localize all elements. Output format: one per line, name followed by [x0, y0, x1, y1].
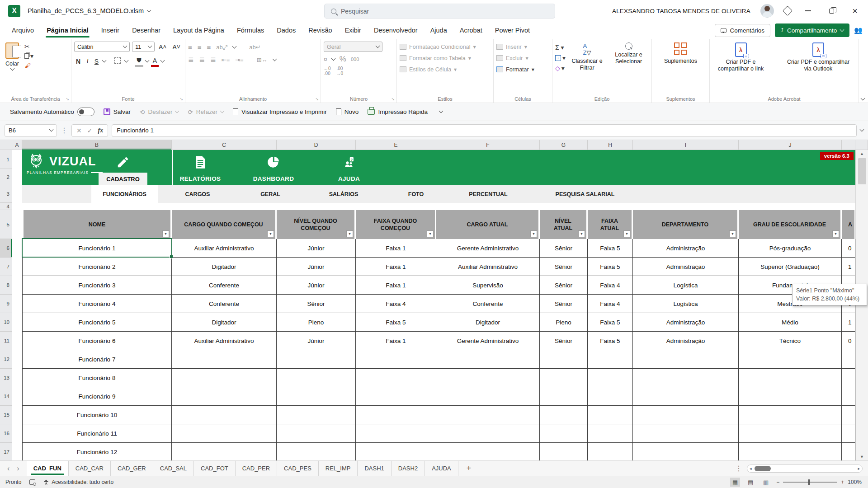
cell-G10[interactable]: Pleno [540, 313, 588, 332]
cell-I11[interactable]: Administração [633, 332, 739, 350]
row-header-13[interactable]: 13 [0, 369, 12, 387]
ribbon-tab-acrobat[interactable]: Acrobat [453, 23, 489, 38]
delete-cells-button[interactable]: Excluir ▾ [496, 55, 549, 61]
cell-G9[interactable]: Sênior [540, 295, 588, 313]
increase-indent-button[interactable]: ⇥≡ [235, 56, 243, 63]
cell-J17[interactable] [739, 443, 842, 460]
cell-I6[interactable]: Administração [633, 239, 739, 258]
cell-H15[interactable] [588, 406, 633, 424]
autosum-button[interactable]: Σ ▾ [555, 44, 566, 51]
filter-dropdown-button[interactable]: ▼ [623, 230, 630, 237]
percent-style-button[interactable]: % [340, 55, 346, 64]
cell-F15[interactable] [436, 406, 540, 424]
cell-G13[interactable] [540, 369, 588, 387]
sheet-tab-cad_pes[interactable]: CAD_PES [277, 461, 319, 476]
fill-color-dropdown[interactable] [145, 58, 149, 63]
cell-D12[interactable] [277, 350, 356, 369]
page-break-view-button[interactable]: ▥ [761, 478, 771, 487]
cell-D14[interactable] [277, 387, 356, 406]
cell-H16[interactable] [588, 424, 633, 443]
row-header-9[interactable]: 9 [0, 295, 12, 313]
cell-partial-7[interactable]: 1 [842, 258, 855, 276]
ribbon-tab-desenvolvedor[interactable]: Desenvolvedor [368, 23, 424, 38]
column-header-J[interactable]: J [739, 140, 842, 150]
create-pdf-outlook-button[interactable]: ✉ Criar PDF e compartilhar via Outlook [781, 42, 856, 94]
alignment-dialog-launcher[interactable]: ↘ [315, 97, 319, 101]
collapse-ribbon-button[interactable] [861, 96, 865, 101]
ribbon-tab-arquivo[interactable]: Arquivo [5, 23, 40, 38]
column-header-D[interactable]: D [277, 140, 356, 150]
bold-button[interactable]: N [74, 57, 82, 66]
cell-H17[interactable] [588, 443, 633, 460]
cell-C14[interactable] [172, 387, 277, 406]
cell-B11[interactable]: Funcionário 6 [22, 332, 172, 350]
ribbon-tab-página-inicial[interactable]: Página Inicial [40, 23, 95, 38]
cell-G6[interactable]: Sênior [540, 239, 588, 258]
sheet-tab-dash2[interactable]: DASH2 [392, 461, 425, 476]
gem-icon[interactable] [783, 6, 793, 16]
number-format-combo[interactable]: Geral [324, 42, 382, 52]
subtab-geral[interactable]: GERAL [260, 185, 280, 203]
cell-F9[interactable]: Conferente [436, 295, 540, 313]
new-button[interactable]: Novo [336, 108, 359, 115]
cell-E6[interactable]: Faixa 1 [356, 239, 436, 258]
subtab-pesquisa-salarial[interactable]: PESQUISA SALARIAL [556, 185, 615, 203]
cell-C8[interactable]: Conferente [172, 276, 277, 295]
row-header-15[interactable]: 15 [0, 406, 12, 424]
cell-I7[interactable]: Administração [633, 258, 739, 276]
cell-B17[interactable]: Funcionário 12 [22, 443, 172, 460]
filter-dropdown-button[interactable]: ▼ [832, 230, 839, 237]
format-painter-button[interactable]: 🖌 [24, 62, 33, 69]
column-header-F[interactable]: F [436, 140, 540, 150]
fill-button[interactable]: ↓ ▾ [555, 55, 566, 61]
underline-button[interactable]: S [93, 57, 100, 66]
cell-B8[interactable]: Funcionário 3 [22, 276, 172, 295]
cell-I14[interactable] [633, 387, 739, 406]
sheet-tab-dash1[interactable]: DASH1 [358, 461, 391, 476]
macro-record-icon[interactable] [29, 479, 35, 485]
subtab-percentual[interactable]: PERCENTUAL [469, 185, 507, 203]
sheet-tab-cad_sal[interactable]: CAD_SAL [153, 461, 194, 476]
cell-F7[interactable]: Auxiliar Administrativo [436, 258, 540, 276]
ribbon-tab-exibir[interactable]: Exibir [339, 23, 368, 38]
cell-F13[interactable] [436, 369, 540, 387]
filter-dropdown-button[interactable]: ▼ [346, 230, 353, 237]
horizontal-scroll-thumb[interactable] [755, 466, 771, 471]
accounting-dropdown[interactable] [331, 56, 335, 61]
row-header-10[interactable]: 10 [0, 313, 12, 332]
decrease-decimal-button[interactable]: .00→0 [336, 66, 344, 76]
cell-I16[interactable] [633, 424, 739, 443]
filter-dropdown-button[interactable]: ▼ [578, 230, 585, 237]
cell-F16[interactable] [436, 424, 540, 443]
share-button[interactable]: ⤴ Compartilhamento [775, 23, 849, 37]
cell-J16[interactable] [739, 424, 842, 443]
align-top-button[interactable]: ≡ [188, 43, 192, 51]
orientation-dropdown[interactable] [232, 44, 237, 49]
scroll-up-icon[interactable]: ▲ [856, 151, 868, 156]
cell-D9[interactable]: Sênior [277, 295, 356, 313]
cell-D6[interactable]: Júnior [277, 239, 356, 258]
font-dialog-launcher[interactable]: ↘ [179, 97, 183, 101]
sheet-tab-cad_fun[interactable]: CAD_FUN [27, 461, 69, 476]
banner-tab-relatórios[interactable]: RELATÓRIOS [180, 175, 221, 182]
row-header-1[interactable]: 1 [0, 150, 12, 169]
column-header-G[interactable]: G [540, 140, 588, 150]
ribbon-tab-ajuda[interactable]: Ajuda [424, 23, 453, 38]
column-header-E[interactable]: E [356, 140, 436, 150]
paste-button[interactable]: Colar [3, 42, 22, 94]
align-center-button[interactable]: ≣ [199, 56, 205, 64]
row-header-8[interactable]: 8 [0, 276, 12, 295]
column-header-I[interactable]: I [633, 140, 739, 150]
restore-button[interactable] [825, 4, 838, 18]
document-title[interactable]: Planilha_de_PCCS_6.3_MODELO.xlsm [28, 7, 151, 14]
cell-partial-13[interactable] [842, 369, 855, 387]
cell-B10[interactable]: Funcionário 5 [22, 313, 172, 332]
column-header-A[interactable]: A [12, 140, 22, 150]
cell-H7[interactable]: Faixa 5 [588, 258, 633, 276]
save-button[interactable]: Salvar [104, 108, 131, 115]
column-header-B[interactable]: B [22, 140, 172, 150]
cell-E16[interactable] [356, 424, 436, 443]
font-color-dropdown[interactable] [160, 58, 165, 63]
insert-function-button[interactable]: fx [98, 127, 103, 134]
clipboard-dialog-launcher[interactable]: ↘ [66, 97, 69, 101]
